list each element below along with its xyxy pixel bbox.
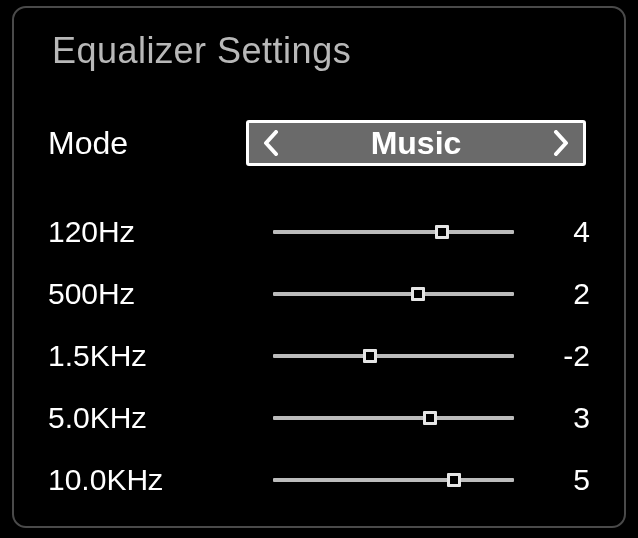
band-row: 1.5KHz -2 (48, 334, 590, 378)
band-row: 500Hz 2 (48, 272, 590, 316)
band-value: -2 (548, 339, 590, 373)
band-slider[interactable] (273, 292, 514, 296)
mode-row: Mode Music (48, 120, 590, 166)
band-label: 500Hz (48, 277, 233, 311)
page-title: Equalizer Settings (52, 30, 590, 72)
band-value: 5 (548, 463, 590, 497)
band-label: 120Hz (48, 215, 233, 249)
band-row: 120Hz 4 (48, 210, 590, 254)
slider-track (273, 292, 514, 296)
band-list: 120Hz 4 500Hz 2 1.5KHz -2 5.0KHz (48, 210, 590, 502)
band-label: 10.0KHz (48, 463, 233, 497)
band-value: 4 (548, 215, 590, 249)
slider-track (273, 230, 514, 234)
slider-thumb[interactable] (363, 349, 377, 363)
band-label: 1.5KHz (48, 339, 233, 373)
slider-thumb[interactable] (423, 411, 437, 425)
mode-selector[interactable]: Music (246, 120, 586, 166)
band-slider[interactable] (273, 354, 514, 358)
mode-value: Music (283, 125, 549, 162)
band-row: 10.0KHz 5 (48, 458, 590, 502)
slider-thumb[interactable] (411, 287, 425, 301)
band-row: 5.0KHz 3 (48, 396, 590, 440)
slider-track (273, 416, 514, 420)
slider-thumb[interactable] (435, 225, 449, 239)
band-slider[interactable] (273, 478, 514, 482)
band-value: 2 (548, 277, 590, 311)
chevron-left-icon[interactable] (259, 124, 283, 162)
band-slider[interactable] (273, 230, 514, 234)
equalizer-panel: Equalizer Settings Mode Music 120Hz 4 50… (12, 6, 626, 528)
mode-label: Mode (48, 125, 228, 162)
band-value: 3 (548, 401, 590, 435)
band-label: 5.0KHz (48, 401, 233, 435)
chevron-right-icon[interactable] (549, 124, 573, 162)
slider-track (273, 478, 514, 482)
slider-thumb[interactable] (447, 473, 461, 487)
band-slider[interactable] (273, 416, 514, 420)
slider-track (273, 354, 514, 358)
